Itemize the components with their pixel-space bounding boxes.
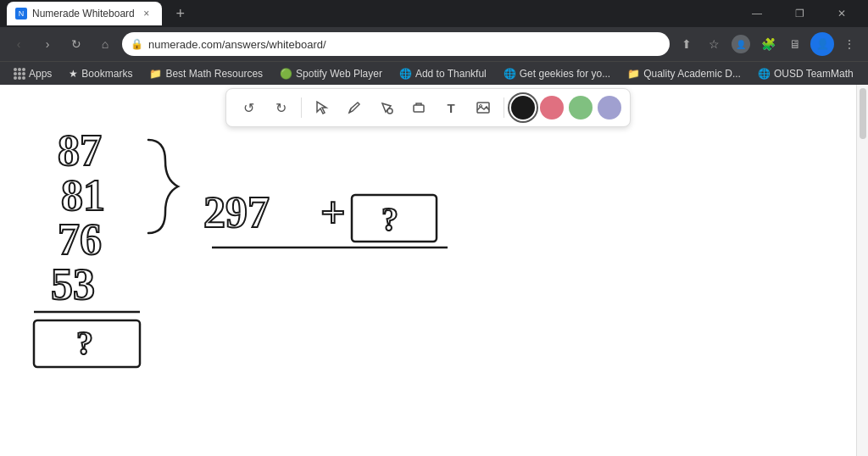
select-tool[interactable] [309, 94, 336, 121]
bookmark-spotify[interactable]: 🟢 Spotify Web Player [273, 64, 389, 83]
bookmark-quality-label: Quality Academic D... [643, 68, 741, 80]
svg-rect-1 [414, 105, 424, 112]
whiteboard-canvas[interactable]: ↺ ↻ T [0, 85, 856, 456]
bookmark-spotify-label: Spotify Web Player [296, 68, 382, 80]
bookmark-thankful[interactable]: 🌐 Add to Thankful [392, 64, 493, 83]
toolbar-divider-2 [504, 97, 504, 118]
bookmark-tmnt[interactable]: 📁 TMNT [864, 64, 868, 83]
svg-point-0 [387, 108, 392, 114]
color-purple[interactable] [598, 96, 621, 120]
user-profile-icon[interactable]: 👤 [810, 32, 834, 56]
bookmark-star-icon: ★ [69, 68, 78, 80]
highlight-tool[interactable] [405, 94, 432, 121]
bookmark-geekies[interactable]: 🌐 Get geekies for yo... [497, 64, 617, 83]
bookmark-apps-label: Apps [29, 68, 52, 80]
tab-close-button[interactable]: × [140, 7, 153, 20]
bookmark-quality-icon: 📁 [627, 68, 640, 80]
bookmark-folder-icon: 📁 [149, 68, 162, 80]
share-icon[interactable]: ⬆ [675, 32, 698, 56]
svg-text:53: 53 [51, 260, 95, 309]
refresh-button[interactable]: ↻ [64, 32, 88, 56]
profile-circle-icon[interactable]: 👤 [729, 32, 753, 56]
svg-point-3 [480, 105, 482, 108]
window-controls: — ❐ ✕ [737, 0, 861, 27]
maximize-button[interactable]: ❐ [780, 0, 819, 27]
bookmark-thankful-label: Add to Thankful [415, 68, 487, 80]
color-pink[interactable] [540, 96, 564, 120]
svg-text:?: ? [76, 324, 93, 362]
color-green[interactable] [569, 96, 593, 120]
bookmark-apps[interactable]: Apps [7, 64, 58, 83]
bookmark-bookmarks-label: Bookmarks [81, 68, 132, 80]
minimize-button[interactable]: — [737, 0, 776, 27]
whiteboard-toolbar: ↺ ↻ T [225, 88, 631, 127]
bookmark-quality[interactable]: 📁 Quality Academic D... [620, 64, 748, 83]
extensions-icon[interactable]: 🧩 [756, 32, 780, 56]
cast-icon[interactable]: 🖥 [783, 32, 807, 56]
bookmark-ousd[interactable]: 🌐 OUSD TeamMath [751, 64, 860, 83]
back-button[interactable]: ‹ [7, 32, 31, 56]
title-bar: N Numerade Whiteboard × + — ❐ ✕ [0, 0, 868, 27]
forward-button[interactable]: › [36, 32, 59, 56]
navigation-bar: ‹ › ↻ ⌂ 🔒 numerade.com/answers/whiteboar… [0, 27, 868, 61]
undo-button[interactable]: ↺ [235, 94, 262, 121]
bookmark-ousd-label: OUSD TeamMath [774, 68, 854, 80]
svg-text:81: 81 [61, 171, 105, 220]
color-black[interactable] [511, 96, 535, 120]
bookmark-geekies-label: Get geekies for yo... [520, 68, 610, 80]
tab-title: Numerade Whiteboard [32, 8, 135, 19]
bookmark-star-icon[interactable]: ☆ [702, 32, 726, 56]
scrollbar-thumb[interactable] [860, 88, 866, 139]
toolbar-divider-1 [301, 97, 302, 118]
bookmarks-bar: Apps ★ Bookmarks 📁 Best Math Resources 🟢… [0, 61, 868, 85]
close-button[interactable]: ✕ [822, 0, 861, 27]
svg-text:87: 87 [58, 126, 102, 175]
bookmark-spotify-icon: 🟢 [280, 68, 292, 80]
svg-text:?: ? [381, 200, 398, 238]
bookmark-ousd-icon: 🌐 [758, 68, 771, 80]
bookmark-best-math-label: Best Math Resources [165, 68, 263, 80]
apps-grid-icon [14, 68, 25, 80]
main-content: ↺ ↻ T [0, 85, 868, 456]
text-tool[interactable]: T [437, 94, 465, 121]
new-tab-button[interactable]: + [169, 2, 192, 25]
home-button[interactable]: ⌂ [93, 32, 117, 56]
redo-button[interactable]: ↻ [267, 94, 294, 121]
bookmark-thankful-icon: 🌐 [399, 68, 412, 80]
lock-icon: 🔒 [131, 38, 143, 50]
bookmark-best-math[interactable]: 📁 Best Math Resources [142, 64, 270, 83]
shapes-tool[interactable] [373, 94, 400, 121]
menu-icon[interactable]: ⋮ [837, 32, 861, 56]
image-tool[interactable] [470, 94, 497, 121]
svg-text:+: + [320, 188, 346, 236]
url-text: numerade.com/answers/whiteboard/ [148, 38, 661, 51]
nav-toolbar-icons: ⬆ ☆ 👤 🧩 🖥 👤 ⋮ [675, 32, 861, 56]
vertical-scrollbar[interactable] [856, 85, 868, 456]
svg-text:297: 297 [203, 188, 270, 236]
address-bar[interactable]: 🔒 numerade.com/answers/whiteboard/ [122, 32, 670, 56]
drawing-canvas: 87 81 76 53 ? 297 + ? [0, 85, 856, 456]
pen-tool[interactable] [341, 94, 368, 121]
bookmark-geekies-icon: 🌐 [504, 68, 516, 80]
svg-text:76: 76 [58, 215, 102, 264]
bookmark-bookmarks[interactable]: ★ Bookmarks [62, 64, 139, 83]
tab-favicon: N [15, 8, 27, 19]
browser-tab[interactable]: N Numerade Whiteboard × [7, 2, 162, 25]
